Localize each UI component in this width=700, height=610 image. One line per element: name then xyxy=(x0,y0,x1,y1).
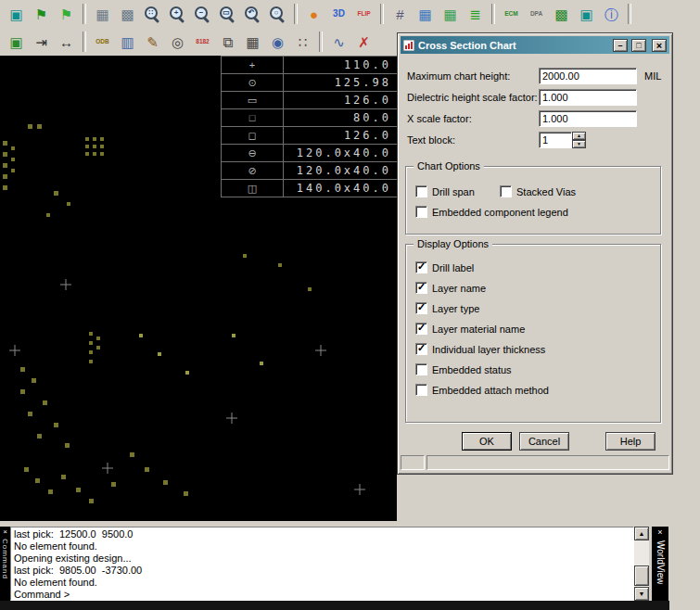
close-button[interactable]: × xyxy=(652,39,667,52)
hash-grid-icon[interactable]: # xyxy=(388,3,413,25)
display-option-checkbox[interactable]: Individual layer thickness xyxy=(415,343,549,355)
dialog-status-bar xyxy=(401,455,669,470)
board-teal-icon[interactable]: ▣ xyxy=(574,3,599,25)
checkbox-drill-span[interactable]: Drill span xyxy=(415,185,475,197)
design-window-icon[interactable]: ▣ xyxy=(4,3,29,25)
dpa-icon[interactable]: DPA xyxy=(524,3,549,25)
console-output[interactable]: last pick: 12500.0 9500.0 No element fou… xyxy=(10,527,634,601)
checkbox-box xyxy=(415,323,427,335)
toolbar-group: # ▦ ▦ ≣ xyxy=(388,3,488,25)
waveform-icon[interactable]: ∿ xyxy=(326,31,351,53)
table-row: ⊙ 125.98 xyxy=(222,74,397,92)
table-row: ⊖ 120.0x40.0 xyxy=(222,145,397,162)
bottom-scroll-strip[interactable] xyxy=(0,601,669,610)
application-window: ▣ ⚑ ⚑ ▦ ▩ ∷ + − ▭ ↶ xyxy=(0,0,700,610)
toolbar-separator xyxy=(491,4,495,24)
table-row: + 110.0 xyxy=(222,57,397,74)
minimize-button[interactable]: – xyxy=(613,39,628,52)
variant-8182-icon[interactable]: 8182 xyxy=(190,31,215,53)
chip-icon[interactable]: ▣ xyxy=(4,31,29,53)
swatch-grid-icon[interactable]: ▦ xyxy=(438,3,463,25)
pushpin-icon[interactable]: ⚑ xyxy=(29,3,54,25)
group-title: Chart Options xyxy=(414,160,484,172)
board-green-icon[interactable]: ▩ xyxy=(549,3,574,25)
zoom-fit-icon[interactable]: ▭ xyxy=(215,3,240,25)
cancel-x-icon[interactable]: ✗ xyxy=(351,31,376,53)
drill-size-value: 120.0x40.0 xyxy=(284,164,397,177)
display-option-checkbox[interactable]: Layer name xyxy=(415,282,549,294)
checkbox-box xyxy=(415,261,427,273)
spinner-down-icon[interactable]: ▼ xyxy=(572,140,586,148)
scroll-up-icon[interactable]: ▲ xyxy=(634,527,649,540)
worldview-close-icon[interactable]: × xyxy=(652,527,668,539)
checkbox-box xyxy=(415,282,427,294)
zoom-previous-icon[interactable]: ↶ xyxy=(240,3,265,25)
checkbox-embedded-component-legend[interactable]: Embedded component legend xyxy=(415,206,568,218)
checkbox-stacked-vias[interactable]: Stacked Vias xyxy=(500,185,576,197)
table-row: ◻ 126.0 xyxy=(222,127,397,145)
odb-icon[interactable]: ODB xyxy=(90,31,115,53)
toolbar-group: ▣ ⇥ ↔ xyxy=(4,31,79,53)
dialog-title: Cross Section Chart xyxy=(418,40,609,51)
toolbar-group: ▣ ⚑ ⚑ xyxy=(4,3,79,25)
layer-stack-icon[interactable]: ≣ xyxy=(463,3,488,25)
maximize-button[interactable]: □ xyxy=(631,39,646,52)
cancel-button[interactable]: Cancel xyxy=(519,432,569,451)
shell-icon[interactable]: ● xyxy=(301,3,326,25)
spinner-up-icon[interactable]: ▲ xyxy=(572,132,586,140)
pad-symbol: + xyxy=(222,57,284,73)
dielectric-scale-input[interactable]: 1.000 xyxy=(539,89,637,106)
pad-symbol: ⊙ xyxy=(222,74,284,91)
design-canvas[interactable]: + 110.0 ⊙ 125.98 ▭ 126.0 □ 80.0 xyxy=(0,56,397,521)
display-option-checkbox[interactable]: Layer material name xyxy=(415,323,549,335)
scrollbar-thumb[interactable] xyxy=(634,566,649,586)
color-grid-icon[interactable]: ▦ xyxy=(413,3,438,25)
console-tab[interactable]: × Command xyxy=(0,527,10,601)
magnifier-glass: ▭ xyxy=(220,6,235,22)
grid-solid-icon[interactable]: ▦ xyxy=(90,3,115,25)
zoom-in-icon[interactable]: + xyxy=(165,3,190,25)
edit-pencil-icon[interactable]: ✎ xyxy=(140,31,165,53)
display-option-checkbox[interactable]: Drill label xyxy=(415,261,549,273)
pin-dart-icon[interactable]: ⚑ xyxy=(54,3,79,25)
ecm-icon[interactable]: ECM xyxy=(499,3,524,25)
zoom-world-icon[interactable]: ○ xyxy=(265,3,290,25)
console-line: Command > xyxy=(14,589,630,601)
worldview-tab[interactable]: × WorldView xyxy=(652,527,668,601)
target-icon[interactable]: ◉ xyxy=(265,31,290,53)
display-option-checkbox[interactable]: Layer type xyxy=(415,302,549,314)
dialog-titlebar[interactable]: Cross Section Chart – □ × xyxy=(401,36,669,54)
text-block-input[interactable]: 1 xyxy=(539,132,572,148)
checkbox-box xyxy=(500,185,512,197)
x-scale-input[interactable]: 1.000 xyxy=(539,110,637,127)
zoom-out-icon[interactable]: − xyxy=(190,3,215,25)
zoom-points-icon[interactable]: ∷ xyxy=(140,3,165,25)
camera-icon[interactable]: ◎ xyxy=(165,31,190,53)
help-button[interactable]: Help xyxy=(605,432,655,451)
max-chart-height-input[interactable]: 2000.00 xyxy=(539,68,637,84)
pick-arrow-icon[interactable]: ⇥ xyxy=(29,31,54,53)
ok-button[interactable]: OK xyxy=(462,432,512,451)
columns-icon[interactable]: ▥ xyxy=(115,31,140,53)
console-close-icon[interactable]: × xyxy=(0,527,10,537)
view-3d-icon[interactable]: 3D xyxy=(326,3,351,25)
checkbox-box xyxy=(415,185,427,197)
status-cell xyxy=(426,455,669,470)
dot-grid-icon[interactable]: ∷ xyxy=(290,31,315,53)
console-line: No element found. xyxy=(14,540,630,553)
display-option-checkbox[interactable]: Embedded status xyxy=(415,363,549,375)
measure-icon[interactable]: ↔ xyxy=(54,31,79,53)
toolbar-separator xyxy=(319,32,323,52)
checker-icon[interactable]: ▦ xyxy=(240,31,265,53)
display-options-list: Drill label Layer name Layer type xyxy=(415,261,549,396)
windows-icon[interactable]: ⧉ xyxy=(215,31,240,53)
flip-board-icon[interactable]: FLIP xyxy=(351,3,376,25)
drill-size-value: 140.0x40.0 xyxy=(284,182,397,195)
scroll-down-icon[interactable]: ▼ xyxy=(634,587,649,601)
display-option-checkbox[interactable]: Embedded attach method xyxy=(415,384,549,396)
grid-dashed-icon[interactable]: ▩ xyxy=(115,3,140,25)
console-scrollbar[interactable]: ▲ ▼ xyxy=(634,527,649,601)
text-block-stepper: ▲ ▼ xyxy=(572,132,586,148)
info-icon[interactable]: ⓘ xyxy=(599,3,624,25)
pad-symbol: ▭ xyxy=(222,92,284,108)
